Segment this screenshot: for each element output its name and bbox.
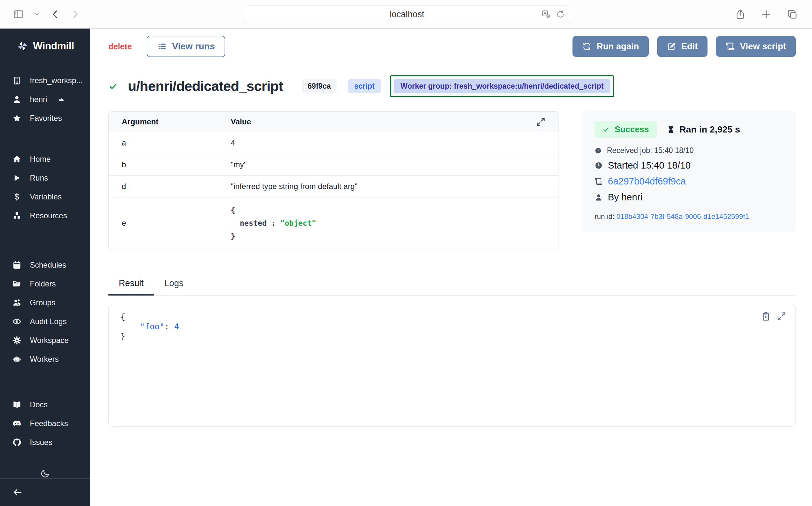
run-id-label: run id: [595,213,616,221]
sidebar: Windmill fresh_worksp... henri Favorites… [0,28,90,506]
user-icon [595,193,603,201]
address-url: localhost [390,9,424,19]
run-id-link[interactable]: 018b4304-7b3f-548a-9006-d1e1452599f1 [616,213,749,221]
arg-name: d [122,182,231,191]
forward-icon [70,9,81,19]
arg-value: "inferred type string from default arg" [231,182,358,191]
nav-label: Home [30,155,50,164]
run-id-line: run id: 018b4304-7b3f-548a-9006-d1e14525… [595,213,783,221]
sidebar-item-issues[interactable]: Issues [0,433,90,452]
translate-icon[interactable] [541,9,551,19]
page-title: u/henri/dedicated_script [128,78,283,94]
crown-icon [58,96,65,103]
nav-label: Runs [30,173,48,182]
sidebar-item-folders[interactable]: Folders [0,274,90,293]
view-script-button[interactable]: View script [716,36,796,57]
arguments-table: Argument Value a 4 b "my" d "inferred ty… [108,111,559,249]
sidebar-item-docs[interactable]: Docs [0,395,90,414]
received-line: Received job: 15:40 18/10 [595,146,783,155]
tab-result[interactable]: Result [108,278,154,296]
new-tab-icon[interactable] [761,9,772,20]
check-icon [602,126,609,133]
result-logs-tabs: Result Logs [108,278,796,296]
nav-label: Issues [30,438,52,447]
cubes-icon [12,211,21,220]
copy-result-icon[interactable] [761,312,771,321]
clock-icon [595,161,603,170]
address-bar[interactable]: localhost [243,5,571,23]
sidebar-footer [0,479,90,506]
by-label: By henri [608,192,642,203]
result-json: { "foo": 4 } [120,312,784,341]
share-icon[interactable] [735,9,746,20]
scroll-icon [595,177,603,185]
sidebar-toggle-icon[interactable] [13,9,24,20]
arg-value: 4 [231,138,235,148]
table-row: b "my" [109,154,559,175]
edit-icon [667,42,676,51]
table-row: d "inferred type string from default arg… [109,175,559,197]
sidebar-item-home[interactable]: Home [0,150,90,169]
tab-logs[interactable]: Logs [154,278,194,295]
building-icon [12,76,21,85]
sidebar-item-runs[interactable]: Runs [0,169,90,187]
tab-overview-icon[interactable] [787,9,798,20]
view-runs-button[interactable]: View runs [147,36,225,57]
toolbar: delete View runs Run again Edit View scr… [108,36,796,57]
view-script-label: View script [740,41,786,52]
status-badge: Success [595,121,657,138]
sidebar-top-group: fresh_worksp... henri Favorites [0,65,90,128]
discord-icon [12,419,21,428]
sidebar-item-feedbacks[interactable]: Feedbacks [0,414,90,433]
sidebar-item-workspace-settings[interactable]: Workspace [0,331,90,350]
home-icon [12,155,21,164]
sidebar-item-groups[interactable]: Groups [0,293,90,312]
edit-button[interactable]: Edit [657,36,708,57]
chevron-down-icon[interactable] [34,11,40,17]
title-row: u/henri/dedicated_script 69f9ca script W… [108,75,796,97]
nav-label: Feedbacks [30,419,68,428]
worker-group-box: Worker group: fresh_workspace:u/henri/de… [390,75,614,97]
star-icon [12,114,21,123]
clock-icon [595,147,602,154]
users-gear-icon [12,298,21,307]
windmill-logo[interactable]: Windmill [0,28,90,64]
run-again-button[interactable]: Run again [573,36,649,57]
nav-label: Folders [30,279,56,288]
sidebar-item-schedules[interactable]: Schedules [0,256,90,274]
expand-result-icon[interactable] [777,312,786,321]
browser-chrome: localhost [0,0,812,28]
script-hash-badge[interactable]: 69f9ca [302,79,337,93]
edit-label: Edit [681,41,698,52]
job-hash-link[interactable]: 6a297b04df69f9ca [608,176,686,187]
book-icon [12,400,21,409]
back-icon[interactable] [50,9,60,19]
play-icon [12,173,21,182]
column-value: Value [231,117,251,126]
sidebar-item-favorites[interactable]: Favorites [0,109,90,128]
sidebar-item-resources[interactable]: Resources [0,206,90,225]
arg-name: e [122,219,231,228]
success-check-icon [108,82,117,91]
dark-mode-toggle-icon[interactable] [40,469,50,479]
nav-label: Schedules [30,260,66,269]
sidebar-item-variables[interactable]: Variables [0,187,90,206]
sidebar-item-workspace[interactable]: fresh_worksp... [0,71,90,90]
column-argument: Argument [122,117,231,126]
expand-table-icon[interactable] [536,117,545,126]
status-label: Success [615,124,649,135]
nav-label: Variables [30,192,62,201]
delete-button[interactable]: delete [108,42,132,51]
arguments-table-header: Argument Value [109,112,559,132]
user-label: henri [30,95,47,104]
collapse-sidebar-icon[interactable] [12,487,23,498]
table-row: e { nested : "object" } [109,197,559,249]
sidebar-item-workers[interactable]: Workers [0,350,90,368]
sidebar-item-audit-logs[interactable]: Audit Logs [0,312,90,331]
sidebar-item-user[interactable]: henri [0,90,90,109]
github-icon [12,438,21,447]
nav-label: Workspace [30,336,69,345]
reload-icon[interactable] [556,10,565,19]
nav-label: Docs [30,400,48,409]
job-link-line: 6a297b04df69f9ca [595,176,783,187]
